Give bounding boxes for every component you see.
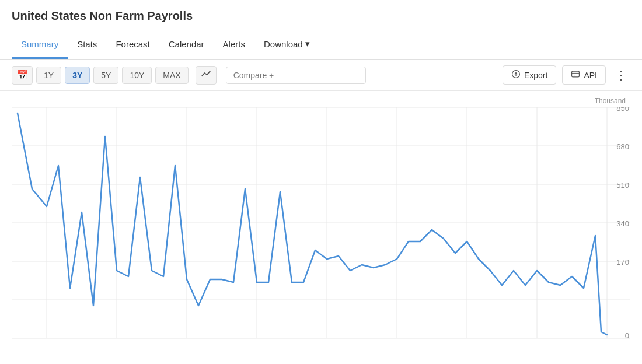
api-button[interactable]: API xyxy=(562,65,606,85)
tab-calendar[interactable]: Calendar xyxy=(159,31,214,59)
tab-forecast[interactable]: Forecast xyxy=(106,31,159,59)
tab-download[interactable]: Download ▾ xyxy=(254,30,319,59)
calendar-icon: 📅 xyxy=(16,69,28,80)
svg-text:170: 170 xyxy=(616,258,629,267)
range-max-btn[interactable]: MAX xyxy=(155,66,188,84)
line-chart-icon xyxy=(201,69,211,82)
range-5y-btn[interactable]: 5Y xyxy=(93,66,118,84)
toolbar: 📅 1Y 3Y 5Y 10Y MAX Export xyxy=(0,60,642,91)
range-10y-btn[interactable]: 10Y xyxy=(122,66,152,84)
compare-input[interactable] xyxy=(226,66,366,84)
range-1y-btn[interactable]: 1Y xyxy=(36,66,61,84)
toolbar-right: Export API ⋮ xyxy=(503,65,630,85)
svg-text:680: 680 xyxy=(616,142,629,151)
export-label: Export xyxy=(524,71,547,80)
chart-type-btn[interactable] xyxy=(196,66,217,85)
main-chart-svg: 850 680 510 340 170 0 2022 May Sep 2023 … xyxy=(12,107,630,341)
tab-summary[interactable]: Summary xyxy=(12,31,68,59)
export-icon xyxy=(511,69,521,80)
svg-text:850: 850 xyxy=(616,107,629,113)
tab-alerts[interactable]: Alerts xyxy=(214,31,254,59)
svg-text:340: 340 xyxy=(616,219,629,228)
chart-area: Thousand 850 680 510 xyxy=(0,91,642,341)
page-title: United States Non Farm Payrolls xyxy=(0,0,642,30)
more-options-button[interactable]: ⋮ xyxy=(612,66,630,85)
svg-text:510: 510 xyxy=(616,181,629,190)
export-button[interactable]: Export xyxy=(503,65,556,85)
svg-rect-2 xyxy=(572,71,580,77)
download-chevron-icon: ▾ xyxy=(305,38,310,49)
tabs-bar: Summary Stats Forecast Calendar Alerts D… xyxy=(0,30,642,60)
thousand-label: Thousand xyxy=(12,97,630,105)
tab-stats[interactable]: Stats xyxy=(68,31,106,59)
api-icon xyxy=(571,69,580,80)
chart-container: 850 680 510 340 170 0 2022 May Sep 2023 … xyxy=(12,107,630,341)
calendar-icon-btn[interactable]: 📅 xyxy=(12,66,33,85)
range-3y-btn[interactable]: 3Y xyxy=(65,66,90,84)
svg-text:0: 0 xyxy=(625,331,629,340)
api-label: API xyxy=(584,71,597,80)
